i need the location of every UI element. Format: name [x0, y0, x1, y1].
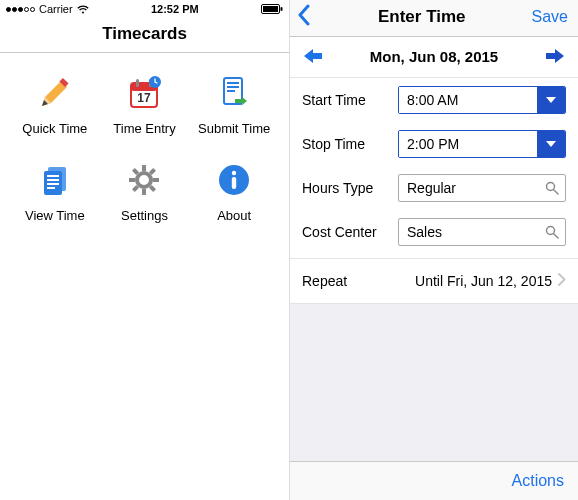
back-button[interactable] — [296, 4, 312, 30]
calendar-icon: 17 — [122, 71, 166, 115]
svg-point-20 — [137, 173, 151, 187]
status-time: 12:52 PM — [151, 3, 199, 15]
actions-button[interactable]: Actions — [512, 472, 564, 489]
date-label: Mon, Jun 08, 2015 — [370, 48, 498, 65]
svg-rect-2 — [280, 7, 282, 11]
field-label: Stop Time — [302, 136, 398, 152]
navbar: Timecards — [0, 18, 289, 53]
svg-rect-19 — [47, 187, 55, 189]
field-label: Cost Center — [302, 224, 398, 240]
field-label: Repeat — [302, 273, 347, 289]
svg-rect-13 — [227, 90, 235, 92]
svg-rect-17 — [47, 179, 59, 181]
svg-rect-16 — [47, 175, 59, 177]
grid-label: View Time — [25, 208, 85, 223]
date-selector: Mon, Jun 08, 2015 — [290, 37, 578, 78]
dropdown-value: 8:00 AM — [399, 87, 537, 113]
grid-item-time-entry[interactable]: 17 Time Entry — [100, 71, 190, 136]
svg-rect-31 — [232, 177, 236, 189]
hours-type-lookup[interactable]: Regular — [398, 174, 566, 202]
lookup-value: Regular — [399, 175, 539, 201]
caret-down-icon — [537, 87, 565, 113]
svg-rect-1 — [263, 6, 278, 12]
save-button[interactable]: Save — [532, 8, 568, 26]
next-day-button[interactable] — [544, 47, 566, 65]
svg-rect-21 — [142, 165, 146, 171]
form-section: Start Time 8:00 AM Stop Time 2:00 PM Hou… — [290, 78, 578, 254]
battery-icon — [261, 4, 283, 14]
svg-rect-18 — [47, 183, 59, 185]
svg-rect-23 — [129, 178, 135, 182]
grid-label: Settings — [121, 208, 168, 223]
grid-item-settings[interactable]: Settings — [100, 158, 190, 223]
wifi-icon — [77, 5, 89, 14]
row-stop-time: Stop Time 2:00 PM — [290, 122, 578, 166]
field-label: Start Time — [302, 92, 398, 108]
grid-label: About — [217, 208, 251, 223]
gear-icon — [122, 158, 166, 202]
documents-icon — [33, 158, 77, 202]
svg-rect-22 — [142, 189, 146, 195]
svg-rect-11 — [227, 82, 239, 84]
screen-enter-time: Enter Time Save Mon, Jun 08, 2015 Start … — [289, 0, 578, 500]
search-icon — [539, 175, 565, 201]
grid-label: Submit Time — [198, 121, 270, 136]
caret-down-icon — [537, 131, 565, 157]
repeat-value: Until Fri, Jun 12, 2015 — [415, 273, 552, 289]
bottom-toolbar: Actions — [290, 461, 578, 500]
svg-rect-6 — [136, 79, 139, 87]
chevron-right-icon — [558, 273, 566, 289]
row-start-time: Start Time 8:00 AM — [290, 78, 578, 122]
grid-label: Time Entry — [113, 121, 175, 136]
cost-center-lookup[interactable]: Sales — [398, 218, 566, 246]
screen-timecards: Carrier 12:52 PM Timecards Quick Time 17… — [0, 0, 289, 500]
svg-point-30 — [232, 171, 236, 175]
svg-text:17: 17 — [138, 91, 152, 105]
search-icon — [539, 219, 565, 245]
grid-item-about[interactable]: About — [189, 158, 279, 223]
content-spacer — [290, 304, 578, 461]
stop-time-dropdown[interactable]: 2:00 PM — [398, 130, 566, 158]
lookup-value: Sales — [399, 219, 539, 245]
grid-item-quick-time[interactable]: Quick Time — [10, 71, 100, 136]
row-cost-center: Cost Center Sales — [290, 210, 578, 254]
row-repeat[interactable]: Repeat Until Fri, Jun 12, 2015 — [290, 258, 578, 304]
home-grid: Quick Time 17 Time Entry Submit Time Vie… — [0, 53, 289, 263]
svg-point-33 — [547, 227, 555, 235]
page-title: Timecards — [0, 24, 289, 44]
pencil-icon — [33, 71, 77, 115]
start-time-dropdown[interactable]: 8:00 AM — [398, 86, 566, 114]
page-title: Enter Time — [378, 7, 466, 27]
navbar: Enter Time Save — [290, 0, 578, 37]
prev-day-button[interactable] — [302, 47, 324, 65]
dropdown-value: 2:00 PM — [399, 131, 537, 157]
carrier-label: Carrier — [39, 3, 73, 15]
svg-rect-24 — [153, 178, 159, 182]
field-label: Hours Type — [302, 180, 398, 196]
svg-point-32 — [547, 183, 555, 191]
info-icon — [212, 158, 256, 202]
submit-icon — [212, 71, 256, 115]
status-bar: Carrier 12:52 PM — [0, 0, 289, 18]
signal-icon — [6, 7, 35, 12]
grid-label: Quick Time — [22, 121, 87, 136]
grid-item-submit-time[interactable]: Submit Time — [189, 71, 279, 136]
grid-item-view-time[interactable]: View Time — [10, 158, 100, 223]
row-hours-type: Hours Type Regular — [290, 166, 578, 210]
svg-rect-12 — [227, 86, 239, 88]
